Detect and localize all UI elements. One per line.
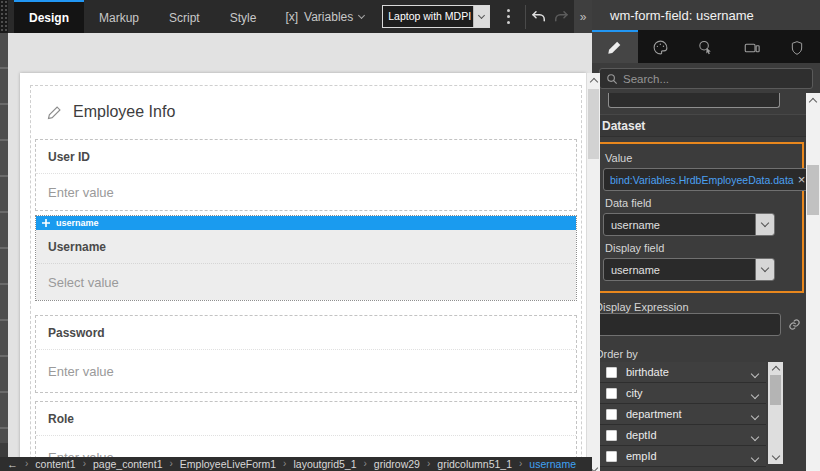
breadcrumb-item-gridcolumn51-1[interactable]: gridcolumn51_1 <box>437 457 512 471</box>
display-field-select-chevron[interactable] <box>755 259 774 280</box>
breadcrumb-item-employeeliveform1[interactable]: EmployeeLiveForm1 <box>180 457 276 471</box>
double-chevron-right-icon: » <box>580 10 587 24</box>
scroll-up-arrow[interactable] <box>587 73 600 87</box>
data-field-select-chevron[interactable] <box>755 214 774 235</box>
field-label: Role <box>48 412 74 426</box>
breadcrumb-item-content1[interactable]: content1 <box>35 457 75 471</box>
chevron-down-icon[interactable] <box>752 426 758 444</box>
breadcrumb-item-layoutgrid5-1[interactable]: layoutgrid5_1 <box>293 457 356 471</box>
display-field-select[interactable]: username <box>603 258 775 281</box>
tab-markup-label: Markup <box>99 11 139 25</box>
variables-menu[interactable]: [x] Variables <box>285 10 364 24</box>
chevron-down-icon[interactable] <box>752 363 758 381</box>
collapse-panel-button[interactable]: » <box>574 0 592 33</box>
field-label: Password <box>48 326 105 340</box>
panel-search-row <box>592 63 820 93</box>
form-title-widget[interactable]: Employee Info <box>31 86 581 135</box>
userid-input[interactable]: Enter value <box>36 174 576 210</box>
chevron-down-icon <box>358 11 365 18</box>
checkbox[interactable] <box>606 451 617 462</box>
field-label: Username <box>48 240 106 254</box>
page-preview: Employee Info User ID Enter value userna… <box>20 73 586 471</box>
undo-button[interactable] <box>530 4 548 30</box>
selected-widget-handle[interactable]: username <box>36 216 576 230</box>
data-field-label: Data field <box>605 197 796 209</box>
order-by-row-birthdate[interactable]: birthdate <box>598 362 766 382</box>
checkbox[interactable] <box>606 409 617 420</box>
tab-design[interactable]: Design <box>14 0 84 33</box>
order-by-row-deptid[interactable]: deptId <box>598 425 766 445</box>
link-icon <box>788 318 801 331</box>
device-preview-select[interactable]: Laptop with MDPI Screen <box>382 5 490 28</box>
checkbox[interactable] <box>606 388 617 399</box>
chevron-down-icon[interactable] <box>752 384 758 402</box>
order-by-scrollbar[interactable] <box>768 362 783 464</box>
scrollbar-thumb[interactable] <box>807 165 819 215</box>
canvas-vertical-scrollbar[interactable] <box>586 73 600 471</box>
order-by-item-label: deptId <box>626 429 657 441</box>
tab-styles[interactable] <box>638 30 684 63</box>
tab-properties[interactable] <box>592 30 638 63</box>
tab-style-label: Style <box>230 11 257 25</box>
clear-value-icon[interactable]: × <box>798 173 806 186</box>
redo-button[interactable] <box>552 4 570 30</box>
breadcrumb-item-gridrow29[interactable]: gridrow29 <box>374 457 420 471</box>
scroll-up-arrow[interactable] <box>768 362 783 375</box>
tab-events[interactable] <box>683 30 729 63</box>
checkbox[interactable] <box>606 430 617 441</box>
breadcrumb-item-username[interactable]: username <box>529 457 576 471</box>
left-dock-edge[interactable] <box>0 0 8 33</box>
order-by-row-department[interactable]: department <box>598 404 766 424</box>
tab-security[interactable] <box>774 30 820 63</box>
order-by-row-empid[interactable]: empId <box>598 446 766 466</box>
value-input[interactable]: bind:Variables.HrdbEmployeeData.data × <box>603 168 806 191</box>
form-field-password[interactable]: Password Enter value <box>35 315 577 393</box>
scroll-up-arrow[interactable] <box>806 93 820 107</box>
order-by-row-city[interactable]: city <box>598 383 766 403</box>
data-field-select[interactable]: username <box>603 213 775 236</box>
password-input[interactable]: Enter value <box>36 350 576 392</box>
scrollbar-thumb[interactable] <box>588 89 599 159</box>
form-field-userid[interactable]: User ID Enter value <box>35 139 577 211</box>
value-bind-expression: bind:Variables.HrdbEmployeeData.data <box>610 174 794 186</box>
scroll-down-arrow[interactable] <box>768 451 783 464</box>
widget-breadcrumb-bar: ← content1 page_content1 EmployeeLiveFor… <box>0 457 592 471</box>
move-icon <box>42 219 50 227</box>
device-preview-value: Laptop with MDPI Screen <box>383 6 473 27</box>
chevron-down-icon[interactable] <box>752 405 758 423</box>
order-by-rows: birthdate city department <box>598 362 766 467</box>
search-input[interactable] <box>623 73 806 85</box>
field-label: User ID <box>48 150 90 164</box>
scrollbar-thumb[interactable] <box>770 375 781 405</box>
form-field-username[interactable]: Username Select value <box>36 230 576 300</box>
panel-scrollbar[interactable] <box>806 93 820 471</box>
field-placeholder: Enter value <box>48 185 114 200</box>
tab-devices[interactable] <box>729 30 775 63</box>
display-expression-input[interactable] <box>597 313 781 336</box>
pointer-search-icon <box>697 39 714 56</box>
chevron-right-icon <box>169 457 172 471</box>
order-by-list: birthdate city department <box>598 362 783 467</box>
more-options-button[interactable] <box>502 5 515 29</box>
tab-script[interactable]: Script <box>154 0 215 33</box>
order-by-label: Order by <box>595 348 804 360</box>
back-arrow-icon[interactable]: ← <box>7 457 18 471</box>
device-select-chevron[interactable] <box>473 6 489 27</box>
page-content-container[interactable]: Employee Info User ID Enter value userna… <box>30 85 582 471</box>
chevron-down-icon[interactable] <box>752 447 758 465</box>
username-select[interactable]: Select value <box>36 264 576 300</box>
checkbox[interactable] <box>606 367 617 378</box>
tab-style[interactable]: Style <box>215 0 272 33</box>
property-search[interactable] <box>599 68 813 89</box>
tab-markup[interactable]: Markup <box>84 0 154 33</box>
clipped-property-input[interactable] <box>608 93 780 108</box>
toolbar-divider <box>525 5 526 29</box>
undo-icon <box>530 8 548 26</box>
dataset-section-header: Dataset <box>592 114 806 137</box>
dataset-section-title: Dataset <box>602 119 645 133</box>
chevron-right-icon <box>83 457 86 471</box>
bind-display-expression-button[interactable] <box>786 318 802 331</box>
breadcrumb-item-page-content1[interactable]: page_content1 <box>93 457 162 471</box>
chevron-right-icon <box>283 457 286 471</box>
shield-icon <box>789 40 805 56</box>
